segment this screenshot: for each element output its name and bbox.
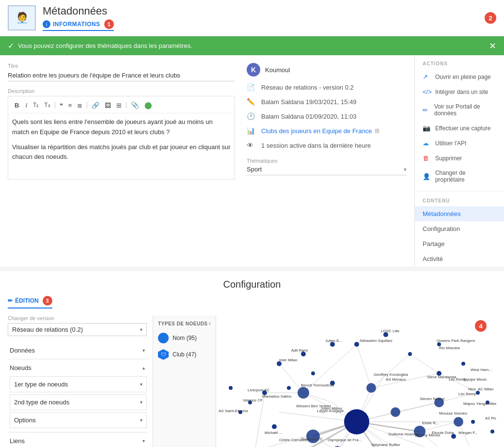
link-button[interactable]: 🔗 [90, 101, 101, 110]
informations-tab[interactable]: i INFORMATIONS 1 [43, 19, 114, 31]
noeuds-accordion: Noeuds ▴ 1er type de noeuds ▾ 2nd type d… [8, 359, 147, 432]
badge-4: 4 [475, 320, 487, 332]
quote-button[interactable]: ❝ [58, 101, 65, 110]
api-icon: ☁ [423, 139, 431, 147]
person-icon: 👤 [158, 333, 169, 343]
contenu-configuration[interactable]: Configuration [415, 221, 504, 236]
created-icon: 🕐 [247, 112, 256, 120]
donnees-chevron: ▾ [142, 348, 145, 353]
page-title: Métadonnées [43, 5, 114, 17]
graph-svg-container: Sébastien Squillaci Inter Milan Liverpoo… [216, 315, 496, 447]
svg-point-83 [272, 424, 277, 429]
svg-line-38 [410, 354, 439, 373]
contenu-metadonnees[interactable]: Métadonnées [415, 206, 504, 221]
superscript-button[interactable]: T₃ [42, 101, 52, 109]
tab-label: INFORMATIONS [53, 21, 100, 28]
author-name: Koumoul [265, 66, 290, 74]
sub-options-header[interactable]: Options ▾ [10, 413, 146, 428]
svg-text:Inter Milan: Inter Milan [279, 358, 297, 362]
action-portal[interactable]: ✏ Voir sur Portail de données [415, 99, 504, 121]
node-type-club[interactable]: 🛡 Club (47) [158, 349, 211, 360]
version-label: Changer de version [8, 315, 147, 321]
liens-header[interactable]: Liens ▾ [8, 432, 147, 447]
svg-point-59 [476, 391, 480, 395]
thematiques-select[interactable]: Sport [247, 165, 404, 174]
config-left-panel: Changer de version Réseau de relations (… [8, 315, 153, 447]
action-embed[interactable]: </> Intégrer dans un site [415, 84, 504, 99]
ul-button[interactable]: ≡ [66, 101, 74, 110]
svg-text:Steve Mandanda: Steve Mandanda [427, 375, 457, 379]
version-chevron: ▾ [140, 327, 142, 332]
config-section: Configuration ✏ ÉDITION 3 Changer de ver… [0, 271, 504, 447]
svg-point-57 [408, 352, 412, 356]
noeuds-label: Noeuds [10, 364, 32, 371]
app-logo: 🧑‍💼 [8, 5, 36, 31]
sub-type1-header[interactable]: 1er type de noeuds ▾ [10, 377, 146, 392]
action-owner[interactable]: 👤 Changer de propriétaire [415, 166, 504, 187]
description-label: Description [8, 88, 235, 94]
bold-button[interactable]: B [12, 101, 21, 110]
svg-text:Stéphane Ruffier: Stéphane Ruffier [371, 443, 400, 447]
action-delete[interactable]: 🗑 Supprimer [415, 151, 504, 166]
node-type-nom[interactable]: 👤 Nom (95) [158, 333, 211, 343]
svg-text:Guillume Hoareau: Guillume Hoareau [388, 432, 419, 436]
svg-point-81 [311, 371, 315, 375]
svg-point-106 [454, 417, 463, 427]
sub-options: Options ▾ [10, 412, 147, 428]
action-capture[interactable]: 📷 Effectuer une capture [415, 121, 504, 136]
donnees-header[interactable]: Données ▾ [8, 342, 147, 359]
green-circle-button[interactable]: ⬤ [142, 100, 154, 110]
svg-text:Lôc Remy: Lôc Remy [458, 392, 476, 396]
shield-icon: 🛡 [158, 349, 169, 360]
liens-accordion: Liens ▾ [8, 432, 147, 447]
capture-icon: 📷 [423, 124, 431, 132]
contenu-activite[interactable]: Activité [415, 251, 504, 266]
svg-text:AZ Rome: AZ Rome [485, 416, 496, 420]
title-input[interactable] [8, 70, 235, 81]
svg-text:AS Saint-Etienne: AS Saint-Etienne [219, 409, 248, 413]
svg-text:Sébastien Squillaci: Sébastien Squillaci [360, 339, 393, 343]
svg-line-24 [395, 402, 439, 412]
source-link[interactable]: Clubs des joueurs en Equipe de France [261, 127, 372, 135]
thematiques-label: Thématiques [247, 158, 407, 164]
title-label: Titre [8, 63, 235, 69]
sub-type2-header[interactable]: 2nd type de noeuds ▾ [10, 395, 146, 410]
graph-panel: TYPES DE NOEUDS ‹ 👤 Nom (95) 🛡 Club (47)… [153, 315, 496, 447]
config-title: Configuration [8, 279, 496, 290]
contenu-partage[interactable]: Partage [415, 236, 504, 251]
info-panel: K Koumoul 📄 Réseau de relations - versio… [247, 63, 407, 180]
svg-point-94 [366, 383, 376, 393]
svg-text:Benoit Tremoullnas: Benoit Tremoullnas [301, 383, 334, 387]
description-text: Quels sont les liens entre l'ensemble de… [12, 117, 231, 175]
network-graph: Sébastien Squillaci Inter Milan Liverpoo… [216, 315, 496, 447]
svg-text:Julien Millioz: Julien Millioz [320, 406, 342, 411]
info-icon: i [43, 20, 50, 28]
action-api[interactable]: ☁ Utiliser l'API [415, 136, 504, 151]
alert-close-button[interactable]: ✕ [489, 42, 496, 50]
author-icon: K [247, 63, 260, 77]
donnees-accordion: Données ▾ [8, 342, 147, 359]
noeuds-header[interactable]: Noeuds ▴ [8, 359, 147, 376]
svg-text:Nice: Nice [468, 387, 476, 391]
ol-button[interactable]: ≣ [75, 101, 84, 110]
node-types-panel: TYPES DE NOEUDS ‹ 👤 Nom (95) 🛡 Club (47) [153, 315, 216, 447]
liens-chevron: ▾ [142, 438, 145, 444]
subscript-button[interactable]: T₂ [31, 101, 41, 109]
edition-tab[interactable]: ✏ ÉDITION 3 [8, 296, 52, 308]
modified-icon: ✏️ [247, 98, 256, 106]
svg-text:Geoffrey Kondogbia: Geoffrey Kondogbia [374, 372, 409, 377]
contenu-section-title: CONTENU [415, 195, 504, 206]
svg-text:Adil Rami: Adil Rami [291, 348, 308, 353]
svg-text:AC Milan: AC Milan [478, 387, 493, 391]
table-button[interactable]: ⊞ [114, 101, 124, 110]
owner-icon: 👤 [423, 173, 431, 180]
svg-point-85 [229, 386, 233, 390]
italic-button[interactable]: I [23, 101, 30, 110]
editor-toolbar: B I T₂ T₃ ❝ ≡ ≣ 🔗 🖼 ⊞ 📎 ⬤ [12, 100, 231, 113]
session-icon: 👁 [247, 141, 256, 149]
svg-text:West Ham...: West Ham... [471, 368, 492, 372]
image-button[interactable]: 🖼 [103, 101, 113, 110]
node-types-collapse[interactable]: ‹ [209, 320, 211, 327]
action-open[interactable]: ↗ Ouvrir en pleine page [415, 69, 504, 84]
attach-button[interactable]: 📎 [129, 100, 141, 110]
